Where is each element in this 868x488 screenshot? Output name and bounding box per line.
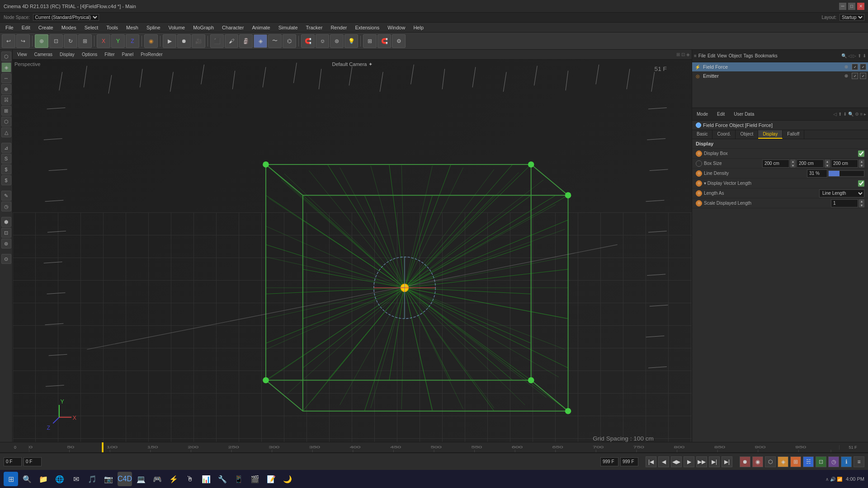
- transform-tool[interactable]: ⊞: [78, 34, 92, 48]
- menu-file[interactable]: File: [2, 24, 17, 31]
- next-frame-button[interactable]: ▶|: [709, 456, 720, 467]
- canvas-area[interactable]: Perspective Default Camera ✦: [13, 60, 692, 442]
- left-tool-2[interactable]: ◈: [1, 62, 11, 72]
- left-tool-1[interactable]: ⬡: [1, 52, 11, 61]
- taskbar-app4[interactable]: 🎮: [150, 472, 165, 486]
- menu-render[interactable]: Render: [327, 24, 350, 31]
- vt-prorender[interactable]: ProRender: [138, 52, 165, 57]
- taskbar-app2[interactable]: 📷: [101, 472, 116, 486]
- obj-manager-bookmarks-btn[interactable]: Bookmarks: [755, 53, 778, 58]
- sdl-up[interactable]: ▲: [859, 199, 864, 203]
- user-data-button[interactable]: User Data: [731, 111, 757, 117]
- sdl-down[interactable]: ▼: [859, 203, 864, 207]
- play-reverse-button[interactable]: ◀▶: [671, 456, 682, 467]
- minimize-button[interactable]: ─: [839, 3, 846, 10]
- box-size-x-up[interactable]: ▲: [790, 160, 796, 164]
- box-size-x-down[interactable]: ▼: [790, 164, 796, 168]
- play-button[interactable]: ▶: [163, 34, 176, 48]
- taskbar-app12[interactable]: 🌙: [280, 472, 295, 486]
- info-button[interactable]: ℹ: [841, 456, 852, 467]
- prev-frame-button[interactable]: ◀: [658, 456, 669, 467]
- cube-tool[interactable]: ⬛: [210, 34, 224, 48]
- motion-button[interactable]: ◈: [778, 456, 788, 467]
- simulation-button[interactable]: ⊞: [790, 456, 801, 467]
- tab-object[interactable]: Object: [736, 130, 758, 139]
- menu-tools[interactable]: Tools: [103, 24, 122, 31]
- left-tool-10[interactable]: S: [1, 154, 11, 164]
- start-button[interactable]: ⊞: [4, 472, 18, 486]
- menu-tracker[interactable]: Tracker: [302, 24, 326, 31]
- menu-modes[interactable]: Modes: [58, 24, 80, 31]
- length-as-select[interactable]: Line Length Normalized Fixed: [819, 189, 864, 197]
- taskbar-mail[interactable]: ✉: [69, 472, 83, 486]
- field-force-checkbox2[interactable]: ✓: [860, 64, 866, 70]
- menu-character[interactable]: Character: [218, 24, 247, 31]
- timeline[interactable]: 0 0 50 100 150 200 250 300 350 400 450: [0, 442, 868, 453]
- current-frame-input[interactable]: [24, 457, 42, 466]
- undo-button[interactable]: ↩: [2, 34, 15, 48]
- left-tool-18[interactable]: ⊙: [1, 254, 11, 264]
- tab-coord[interactable]: Coord.: [712, 130, 736, 139]
- menu-help[interactable]: Help: [410, 24, 427, 31]
- end-frame-input-2[interactable]: [620, 457, 638, 466]
- taskbar-app1[interactable]: 🎵: [85, 472, 99, 486]
- box-size-z-input[interactable]: [831, 160, 858, 168]
- obj-manager-edit-btn[interactable]: Edit: [708, 53, 715, 58]
- left-tool-6[interactable]: ⊞: [1, 106, 11, 116]
- search-taskbar[interactable]: 🔍: [20, 472, 34, 486]
- go-end-button[interactable]: ▶|: [722, 456, 732, 467]
- y-axis-button[interactable]: Y: [111, 34, 125, 48]
- record-button[interactable]: ⏺: [177, 34, 191, 48]
- go-start-button[interactable]: |◀: [646, 456, 656, 467]
- viewport[interactable]: Perspective Default Camera ✦: [13, 60, 692, 442]
- settings-button[interactable]: ⚙: [392, 34, 406, 48]
- record-auto-button[interactable]: ◉: [752, 456, 763, 467]
- layout-select[interactable]: Startup: [840, 14, 864, 21]
- box-size-y-input[interactable]: [797, 160, 824, 168]
- left-tool-14[interactable]: ◷: [1, 202, 11, 211]
- left-tool-16[interactable]: ⊡: [1, 228, 11, 238]
- box-size-y-up[interactable]: ▲: [825, 160, 830, 164]
- menu-simulate[interactable]: Simulate: [275, 24, 302, 31]
- x-axis-button[interactable]: X: [97, 34, 110, 48]
- menu-extensions[interactable]: Extensions: [351, 24, 383, 31]
- grid-button[interactable]: ⊞: [363, 34, 377, 48]
- left-tool-15[interactable]: ⬢: [1, 217, 11, 227]
- taskbar-app11[interactable]: 📝: [264, 472, 278, 486]
- menu-edit[interactable]: Edit: [18, 24, 34, 31]
- menu-create[interactable]: Create: [35, 24, 57, 31]
- left-tool-4[interactable]: ⊕: [1, 84, 11, 94]
- line-density-input[interactable]: [807, 169, 827, 178]
- z-axis-button[interactable]: Z: [126, 34, 139, 48]
- emitter-visibility[interactable]: [843, 72, 850, 80]
- redo-button[interactable]: ↪: [16, 34, 30, 48]
- box-size-z-down[interactable]: ▼: [859, 164, 864, 168]
- menu-mesh[interactable]: Mesh: [123, 24, 142, 31]
- menu-spline[interactable]: Spline: [143, 24, 164, 31]
- left-tool-3[interactable]: ↔: [1, 73, 11, 83]
- field-force-checkbox[interactable]: ✓: [852, 64, 858, 70]
- nurbs-tool[interactable]: ⌬: [283, 34, 296, 48]
- snap-button[interactable]: 🧲: [377, 34, 391, 48]
- taskbar-explorer[interactable]: 📁: [36, 472, 51, 486]
- vt-filter[interactable]: Filter: [102, 52, 117, 57]
- obj-manager-object-btn[interactable]: Object: [729, 53, 742, 58]
- maximize-button[interactable]: □: [848, 3, 855, 10]
- menu-volume[interactable]: Volume: [165, 24, 189, 31]
- taskbar-app3[interactable]: 💻: [134, 472, 148, 486]
- obj-manager-view-btn[interactable]: View: [717, 53, 727, 58]
- record-button[interactable]: ⏺: [740, 456, 750, 467]
- taskbar-app6[interactable]: 🖱: [183, 472, 197, 486]
- box-size-y-down[interactable]: ▼: [825, 164, 830, 168]
- scale-displayed-length-input[interactable]: [831, 199, 858, 207]
- selection-filter[interactable]: ◈: [254, 34, 267, 48]
- left-tool-11[interactable]: $: [1, 164, 11, 174]
- magnet-tool[interactable]: 🧲: [301, 34, 315, 48]
- deformer-tool[interactable]: ⎊: [316, 34, 329, 48]
- object-tool[interactable]: ◉: [144, 34, 158, 48]
- node-space-select[interactable]: Current (Standard/Physical): [33, 14, 99, 21]
- dvl-checkbox[interactable]: [858, 180, 864, 187]
- taskbar-cinema4d[interactable]: C4D: [118, 472, 132, 486]
- display-box-checkbox[interactable]: [858, 150, 864, 157]
- obj-manager-tags-btn[interactable]: Tags: [744, 53, 753, 58]
